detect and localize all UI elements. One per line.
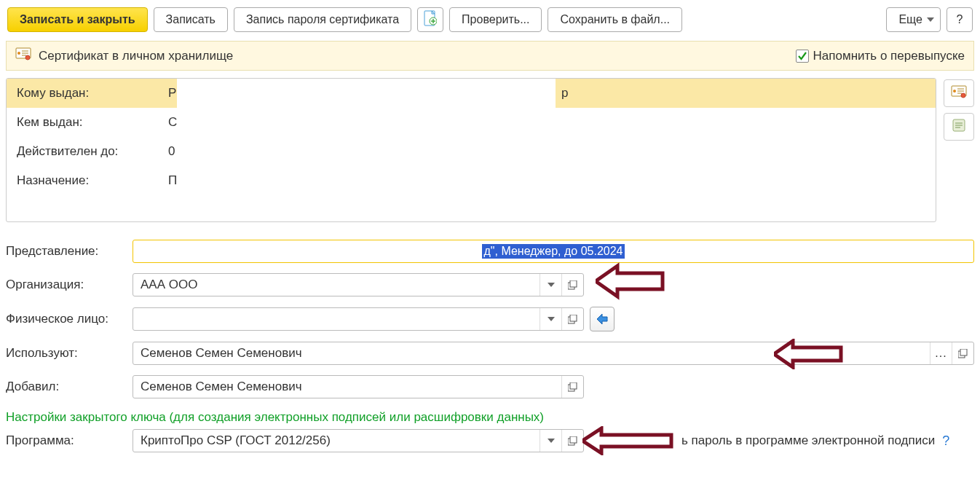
added-by-open-button[interactable] (561, 376, 583, 398)
purpose-value: П (167, 166, 936, 195)
svg-point-6 (953, 90, 956, 93)
svg-rect-12 (570, 315, 577, 321)
issued-by-row: Кем выдан: С (7, 108, 936, 137)
person-label: Физическое лицо: (6, 312, 130, 326)
valid-to-value: 0 (167, 137, 936, 166)
save-button[interactable]: Записать (154, 7, 228, 32)
side-page-button[interactable] (944, 113, 974, 141)
svg-point-4 (25, 55, 30, 60)
program-field[interactable]: КриптоПро CSP (ГОСТ 2012/256) (133, 429, 584, 452)
svg-rect-14 (960, 349, 967, 355)
program-dropdown-button[interactable] (540, 430, 561, 452)
issued-to-row: Кому выдан: Р р (7, 79, 936, 108)
issued-to-masked (177, 79, 556, 108)
organization-value: ААА ООО (133, 274, 540, 296)
notice-bar: Сертификат в личном хранилище Напомнить … (6, 41, 974, 71)
chevron-down-icon (927, 17, 934, 22)
organization-open-button[interactable] (561, 274, 583, 296)
annotation-arrow-3 (582, 426, 673, 455)
users-ellipsis-button[interactable] (930, 342, 952, 364)
person-field[interactable] (133, 307, 584, 331)
presentation-value: д", Менеджер, до 05.2024 (482, 244, 625, 259)
certificate-icon (15, 47, 31, 64)
more-button[interactable]: Еще (886, 7, 941, 32)
add-page-icon (424, 10, 437, 29)
issued-by-label: Кем выдан: (7, 108, 167, 137)
certificate-icon (951, 85, 967, 101)
issued-to-value-1: Р (167, 79, 177, 108)
purpose-row: Назначение: П (7, 166, 936, 221)
annotation-arrow-1 (596, 260, 665, 302)
presentation-label: Представление: (6, 244, 130, 259)
certificate-info-box: Кому выдан: Р р Кем выдан: С Действителе… (6, 78, 936, 222)
program-label: Программа: (6, 433, 130, 448)
person-open-button[interactable] (561, 308, 583, 330)
users-field[interactable]: Семенов Семен Семенович (133, 342, 974, 365)
private-key-section-title: Настройки закрытого ключа (для создания … (6, 410, 974, 425)
save-and-close-button[interactable]: Записать и закрыть (7, 7, 148, 32)
remind-label: Напомнить о перевыпуске (813, 49, 965, 63)
program-value: КриптоПро CSP (ГОСТ 2012/256) (133, 430, 540, 452)
help-button[interactable]: ? (947, 7, 973, 32)
svg-rect-10 (570, 280, 577, 287)
more-label: Еще (898, 13, 922, 26)
organization-dropdown-button[interactable] (540, 274, 561, 296)
remind-checkbox[interactable] (796, 50, 809, 63)
valid-to-row: Действителен до: 0 (7, 137, 936, 166)
added-by-field: Семенов Семен Семенович (133, 375, 584, 398)
purpose-label: Назначение: (7, 166, 167, 195)
users-label: Используют: (6, 346, 130, 361)
svg-rect-18 (570, 436, 577, 443)
person-back-button[interactable] (590, 307, 615, 331)
users-open-button[interactable] (952, 342, 973, 364)
left-arrow-icon (596, 313, 609, 325)
side-cert-button[interactable] (944, 79, 974, 107)
person-value (133, 308, 540, 330)
annotation-arrow-2 (774, 339, 843, 369)
valid-to-label: Действителен до: (7, 137, 167, 166)
person-dropdown-button[interactable] (540, 308, 561, 330)
remind-checkbox-group[interactable]: Напомнить о перевыпуске (796, 49, 965, 63)
added-by-value: Семенов Семен Семенович (133, 376, 561, 398)
issued-to-label: Кому выдан: (7, 79, 167, 108)
save-to-file-button[interactable]: Сохранить в файл... (548, 7, 682, 32)
record-cert-password-button[interactable]: Запись пароля сертификата (234, 7, 411, 32)
organization-label: Организация: (6, 278, 130, 292)
added-by-label: Добавил: (6, 380, 130, 394)
checkmark-icon (797, 51, 807, 61)
page-lines-icon (952, 118, 966, 135)
svg-point-7 (961, 93, 965, 98)
presentation-input[interactable]: д", Менеджер, до 05.2024 (133, 240, 974, 263)
check-button[interactable]: Проверить... (449, 7, 542, 32)
program-help-link[interactable]: ? (942, 433, 949, 449)
add-page-button[interactable] (417, 7, 443, 32)
notice-text: Сертификат в личном хранилище (39, 49, 233, 63)
program-trailing-text: ь пароль в программе электронной подписи (681, 433, 935, 448)
issued-by-value: С (167, 108, 936, 137)
organization-field[interactable]: ААА ООО (133, 273, 584, 296)
program-open-button[interactable] (561, 430, 583, 452)
svg-rect-16 (570, 382, 577, 389)
svg-point-3 (17, 52, 20, 55)
issued-to-value-2: р (556, 79, 936, 108)
